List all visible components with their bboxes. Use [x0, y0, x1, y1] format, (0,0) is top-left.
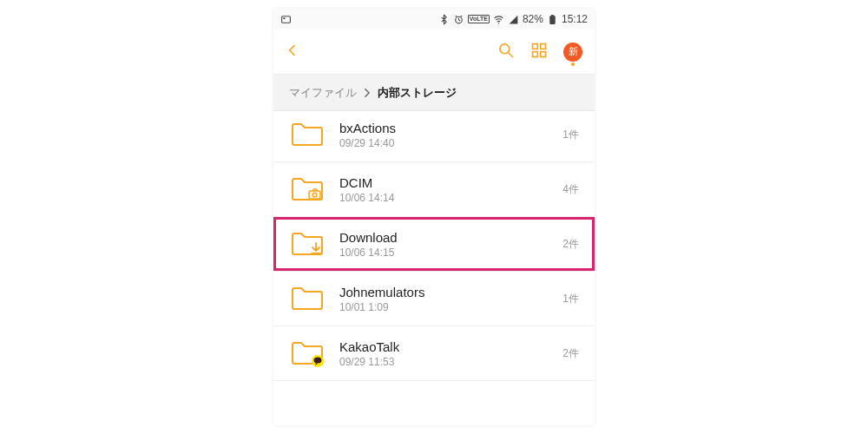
file-manager-screen: VoLTE 82% 15:12 新 マイファイル 内部ストレージ bxActio… — [273, 9, 595, 425]
folder-camera-icon — [289, 174, 326, 204]
battery-percent: 82% — [523, 13, 543, 25]
folder-row[interactable]: DCIM10/06 14:144件 — [273, 162, 595, 217]
svg-rect-5 — [551, 15, 554, 16]
breadcrumb-root[interactable]: マイファイル — [289, 85, 357, 101]
svg-rect-10 — [541, 51, 546, 56]
folder-row[interactable]: Johnemulators10/01 1:091件 — [273, 272, 595, 326]
folder-row[interactable]: Download10/06 14:152件 — [273, 217, 595, 272]
svg-rect-9 — [533, 51, 538, 56]
battery-icon — [547, 14, 558, 25]
folder-timestamp: 09/29 11:53 — [339, 356, 556, 368]
folder-name: Download — [339, 230, 556, 245]
folder-meta: bxActions09/29 14:40 — [339, 121, 556, 149]
status-left-icon — [280, 14, 292, 25]
search-button[interactable] — [497, 42, 515, 62]
breadcrumb-current: 内部ストレージ — [378, 85, 457, 101]
folder-meta: DCIM10/06 14:14 — [339, 175, 556, 204]
svg-rect-1 — [283, 17, 285, 19]
volte-badge: VoLTE — [468, 15, 490, 23]
cell-signal-icon — [508, 14, 519, 25]
folder-meta: Download10/06 14:15 — [339, 230, 556, 259]
svg-point-3 — [498, 23, 499, 23]
view-grid-button[interactable] — [530, 42, 548, 62]
svg-rect-0 — [282, 16, 291, 23]
folder-name: KakaoTalk — [339, 339, 556, 354]
folder-item-count: 2件 — [556, 237, 579, 252]
folder-timestamp: 10/06 14:15 — [339, 247, 556, 259]
folder-list: bxActions09/29 14:401件DCIM10/06 14:144件D… — [273, 111, 595, 425]
folder-name: DCIM — [339, 175, 556, 190]
chevron-left-icon — [286, 43, 299, 57]
clock: 15:12 — [562, 13, 588, 25]
grid-icon — [530, 42, 548, 59]
folder-item-count: 1件 — [556, 292, 579, 306]
svg-rect-4 — [549, 16, 556, 24]
search-icon — [497, 42, 515, 59]
folder-icon — [289, 284, 326, 313]
breadcrumb: マイファイル 内部ストレージ — [273, 75, 595, 111]
folder-item-count: 1件 — [556, 128, 579, 142]
folder-row[interactable]: KakaoTalk09/29 11:532件 — [273, 326, 595, 381]
svg-rect-7 — [533, 43, 538, 49]
folder-item-count: 4件 — [556, 182, 579, 197]
folder-kakao-icon — [289, 339, 326, 368]
folder-name: Johnemulators — [339, 285, 556, 299]
folder-timestamp: 10/01 1:09 — [339, 301, 556, 313]
bluetooth-icon — [438, 14, 450, 25]
folder-timestamp: 09/29 14:40 — [339, 137, 556, 149]
alarm-icon — [453, 14, 464, 25]
svg-rect-8 — [541, 43, 546, 49]
folder-icon — [289, 120, 326, 149]
folder-row[interactable]: bxActions09/29 14:401件 — [273, 111, 595, 162]
folder-item-count: 2件 — [556, 346, 579, 361]
folder-meta: KakaoTalk09/29 11:53 — [339, 339, 556, 368]
new-badge-label: 新 — [569, 45, 578, 58]
chevron-right-icon — [364, 89, 371, 97]
status-bar: VoLTE 82% 15:12 — [273, 9, 595, 30]
toolbar: 新 — [273, 30, 595, 75]
new-badge[interactable]: 新 — [563, 43, 582, 62]
folder-meta: Johnemulators10/01 1:09 — [339, 285, 556, 313]
folder-name: bxActions — [339, 121, 556, 135]
folder-download-icon — [289, 229, 326, 259]
folder-timestamp: 10/06 14:14 — [339, 192, 556, 204]
back-button[interactable] — [286, 43, 299, 61]
app-notification-icon — [280, 14, 292, 25]
wifi-icon — [493, 14, 504, 25]
